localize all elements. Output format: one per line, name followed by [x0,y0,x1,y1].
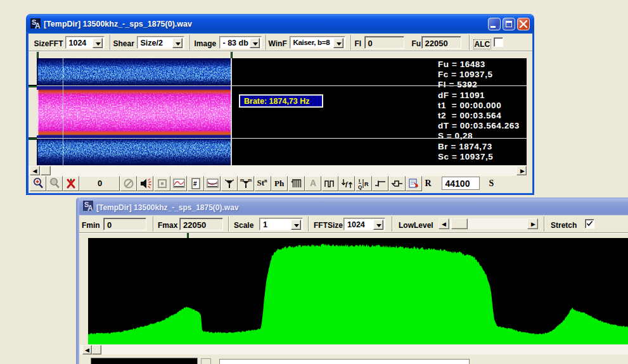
svg-text:m: m [240,178,244,182]
svg-text:R: R [364,181,369,187]
svg-text:#: # [193,180,197,187]
svg-text:m: m [248,178,252,182]
svg-text:I: I [359,178,360,184]
svg-text:Q: Q [358,184,362,190]
svg-text:f: f [345,180,349,187]
